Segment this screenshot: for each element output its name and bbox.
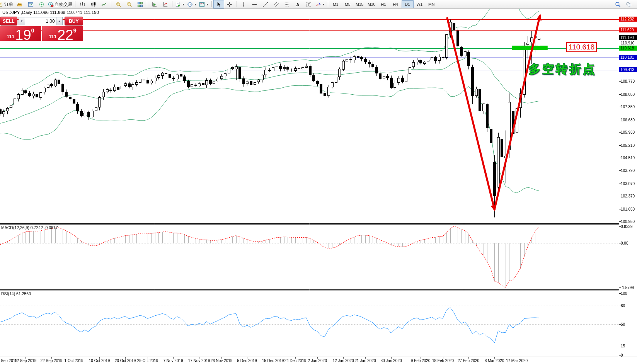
price-tick-label: 103.790 [621, 168, 635, 173]
rsi-axis-tick: 100 [621, 291, 627, 296]
volume-stepper: ▼ ▲ [19, 17, 63, 25]
pane-splitter[interactable] [0, 289, 619, 291]
volume-decrease-button[interactable]: ▼ [19, 17, 25, 25]
channel-button[interactable] [271, 0, 282, 9]
timeframe-mn-button[interactable]: MN [426, 0, 438, 8]
trendline-button[interactable] [260, 0, 271, 9]
chart-canvas[interactable] [0, 0, 637, 364]
market-watch-button[interactable] [14, 0, 25, 9]
new-order-button[interactable]: 订单 [0, 0, 14, 9]
chevron-down-icon: ▼ [194, 3, 197, 6]
svg-text:F: F [288, 5, 290, 7]
rsi-label: RSI(14) 61.2560 [1, 291, 31, 296]
date-axis-label: 9 Feb 2020 [411, 358, 431, 363]
price-badge-red: 112.232 [619, 17, 637, 22]
price-badge-current: 111.190 [619, 35, 637, 40]
timeframe-m5-button[interactable]: M5 [342, 0, 354, 8]
candle-chart-button[interactable] [88, 0, 99, 9]
date-axis-label: 17 Mar 2020 [506, 358, 528, 363]
date-axis-label: 22 Sep 2019 [41, 358, 63, 363]
search-button[interactable] [612, 0, 623, 9]
chat-button[interactable] [623, 0, 634, 9]
date-axis-label: 2 Jan 2020 [308, 358, 327, 363]
timeframe-m1-button[interactable]: M1 [330, 0, 342, 8]
timeframe-m15-button[interactable]: M15 [354, 0, 366, 8]
rsi-axis-tick: 15 [621, 344, 625, 349]
arrows-button[interactable]: ▼ [314, 0, 326, 9]
autotrading-button[interactable]: 自动交易 [47, 0, 73, 9]
timeframe-h4-button[interactable]: H4 [390, 0, 402, 8]
sell-price-big: 19 [15, 29, 31, 41]
svg-text:A: A [296, 2, 300, 7]
cursor-button[interactable] [213, 0, 224, 9]
data-feed-button[interactable] [36, 0, 47, 9]
profiles-button[interactable] [149, 0, 160, 9]
sell-price-prefix: 111 [7, 34, 14, 39]
line-chart-button[interactable] [99, 0, 109, 9]
rsi-axis-tick: 50 [621, 322, 625, 327]
text-label-button[interactable]: T [303, 0, 314, 9]
buy-price-prefix: 111 [49, 34, 56, 39]
volume-input[interactable] [25, 17, 56, 25]
text-button[interactable]: A [293, 0, 303, 9]
timeframe-d1-button[interactable]: D1 [402, 0, 414, 8]
chart-window-button[interactable] [25, 0, 36, 9]
data-window-button[interactable] [160, 0, 170, 9]
crosshair-button[interactable] [224, 0, 235, 9]
chevron-down-icon: ▼ [206, 3, 209, 6]
date-axis-label: 12 Jan 2020 [332, 358, 354, 363]
timeframe-h1-button[interactable]: H1 [378, 0, 390, 8]
date-axis-label: 18 Feb 2020 [432, 358, 454, 363]
add-indicator-button[interactable]: ▼ [174, 0, 186, 9]
toolbar-separator [172, 1, 172, 7]
toolbar-separator [147, 1, 147, 7]
one-click-trading-panel: SELL ▼ ▲ BUY 111 19 0 111 22 9 [0, 17, 83, 41]
autotrading-button-label: 自动交易 [55, 2, 72, 7]
toolbar-separator [237, 1, 237, 7]
date-axis-label: 10 Oct 2019 [89, 358, 110, 363]
sell-price[interactable]: 111 19 0 [0, 26, 41, 41]
zoom-out-button[interactable] [124, 0, 135, 9]
timeframe-w1-button[interactable]: W1 [414, 0, 426, 8]
price-tick-label: 102.370 [621, 194, 635, 199]
toolbar: 订单自动交易▼▼▼FAT▼M1M5M15M30H1H4D1W1MN [0, 0, 637, 9]
bar-chart-button[interactable] [77, 0, 88, 9]
date-axis-label: 8 Mar 2020 [485, 358, 504, 363]
periods-button[interactable]: ▼ [186, 0, 198, 9]
buy-price-sup: 9 [73, 27, 77, 33]
price-tick-label: 100.950 [621, 219, 635, 224]
timeframe-m30-button[interactable]: M30 [366, 0, 378, 8]
date-axis-label: 27 Feb 2020 [458, 358, 479, 363]
pane-splitter[interactable] [0, 223, 619, 225]
rsi-axis-tick: 0 [621, 353, 623, 358]
price-badge-blue: 110.101 [619, 55, 637, 60]
vline-button[interactable] [238, 0, 249, 9]
fibonacci-button[interactable]: F [282, 0, 293, 9]
zoom-in-button[interactable] [113, 0, 124, 9]
date-axis-label: 15 Dec 2019 [262, 358, 284, 363]
new-order-button-label: 订单 [4, 2, 13, 7]
price-tick-label: 108.770 [621, 79, 635, 84]
chart-title: USDJPY-,Daily 111.096 111.668 110.741 11… [2, 10, 99, 15]
date-axis-label: 17 Nov 2019 [188, 358, 210, 363]
sell-price-sup: 0 [31, 27, 34, 33]
date-axis-label: 21 Jan 2020 [354, 358, 376, 363]
hline-button[interactable] [249, 0, 260, 9]
template-button[interactable]: ▼ [198, 0, 210, 9]
date-axis-label: 20 Oct 2019 [115, 358, 136, 363]
macd-axis-max: 0.8339 [621, 224, 633, 229]
date-axis-label: 5 Dec 2019 [237, 358, 257, 363]
turning-point-annotation: 多空转折点 [529, 61, 596, 77]
price-badge-green: 110.618 [619, 46, 637, 51]
date-axis-label: 30 Jan 2020 [380, 358, 402, 363]
price-tick-label: 104.510 [621, 155, 635, 160]
buy-button[interactable]: BUY [65, 17, 83, 26]
price-tick-label: 103.070 [621, 181, 635, 186]
macd-axis-min: -1.5799 [621, 285, 634, 290]
tile-windows-button[interactable] [135, 0, 145, 9]
sell-button[interactable]: SELL [0, 17, 17, 26]
buy-price[interactable]: 111 22 9 [42, 26, 83, 41]
volume-increase-button[interactable]: ▲ [56, 17, 62, 25]
mt4-window: 订单自动交易▼▼▼FAT▼M1M5M15M30H1H4D1W1MN USDJPY… [0, 0, 637, 364]
price-tick-label: 105.210 [621, 143, 635, 148]
